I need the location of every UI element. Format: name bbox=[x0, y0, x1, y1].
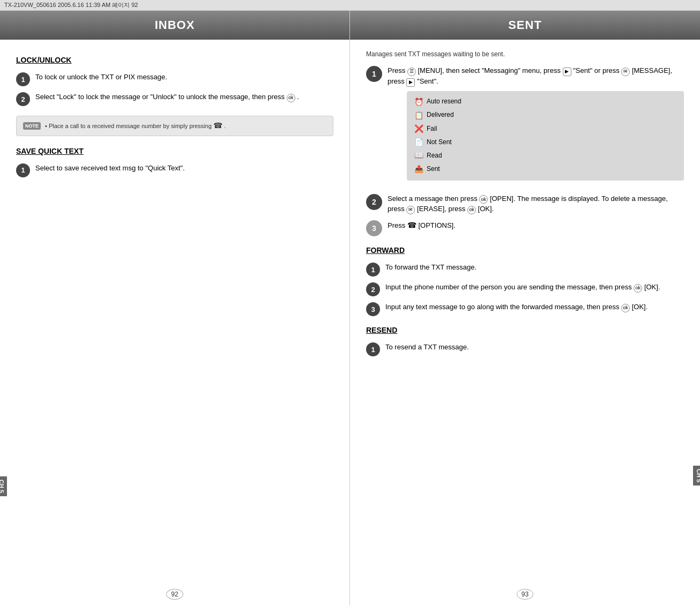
resend-steps: 1 To resend a TXT message. bbox=[366, 342, 684, 356]
step-item: 2 Select "Lock" to lock the message or "… bbox=[16, 92, 333, 106]
step-text-f1: To forward the TXT message. bbox=[385, 262, 476, 273]
note-label: NOTE bbox=[23, 122, 41, 130]
legend-label: Not Sent bbox=[427, 137, 452, 148]
top-bar-text: TX-210VW_050616 2005.6.16 11:39 AM 페이지 9… bbox=[4, 2, 138, 8]
step-item: 3 Press ☎ [OPTIONS]. bbox=[366, 220, 684, 236]
forward-title: FORWARD bbox=[366, 246, 684, 255]
ch-tab-left: CH 5 bbox=[0, 476, 7, 496]
right-page-num: 93 bbox=[350, 584, 700, 605]
page-circle-right: 93 bbox=[517, 589, 533, 600]
left-panel: INBOX LOCK/UNLOCK 1 To lock or unlock th… bbox=[0, 11, 350, 605]
step-num-r3: 3 bbox=[366, 220, 382, 236]
step-item: 1 To resend a TXT message. bbox=[366, 342, 684, 356]
note-box: NOTE • Place a call to a received messag… bbox=[16, 116, 333, 136]
top-bar: TX-210VW_050616 2005.6.16 11:39 AM 페이지 9… bbox=[0, 0, 700, 11]
resend-title: RESEND bbox=[366, 326, 684, 334]
left-page-num: 92 bbox=[0, 584, 349, 605]
legend-item-auto-resend: ⏰ Auto resend bbox=[414, 95, 676, 109]
step-item: 1 To forward the TXT message. bbox=[366, 262, 684, 277]
left-content: LOCK/UNLOCK 1 To lock or unlock the TXT … bbox=[0, 40, 349, 584]
save-quick-title: SAVE QUICK TEXT bbox=[16, 147, 333, 155]
legend-label: Sent bbox=[427, 163, 440, 175]
auto-resend-icon: ⏰ bbox=[414, 95, 423, 109]
page-circle-left: 92 bbox=[166, 589, 183, 600]
step-text-r3: Press ☎ [OPTIONS]. bbox=[388, 220, 456, 231]
save-quick-steps: 1 Select to save received text msg to "Q… bbox=[16, 163, 333, 177]
right-panel: SENT Manages sent TXT messages waiting t… bbox=[350, 11, 700, 605]
step-item: 2 Input the phone number of the person y… bbox=[366, 282, 684, 296]
note-text: • Place a call to a received message num… bbox=[45, 121, 226, 131]
legend-label: Auto resend bbox=[427, 96, 461, 108]
legend-item-fail: ❌ Fail bbox=[414, 122, 676, 136]
step-text-2: Select "Lock" to lock the message or "Un… bbox=[35, 92, 299, 102]
step-text-rs1: To resend a TXT message. bbox=[385, 342, 469, 353]
step-num-r2: 2 bbox=[366, 194, 382, 210]
step-num-rs1: 1 bbox=[366, 342, 380, 356]
legend-item-sent: 📤 Sent bbox=[414, 162, 676, 176]
legend-item-not-sent: 📄 Not Sent bbox=[414, 136, 676, 149]
forward-steps: 1 To forward the TXT message. 2 Input th… bbox=[366, 262, 684, 316]
lock-unlock-steps: 1 To lock or unlock the TXT or PIX messa… bbox=[16, 72, 333, 106]
step-num-1b: 1 bbox=[16, 163, 30, 177]
step-text-1b: Select to save received text msg to "Qui… bbox=[35, 163, 185, 174]
step-item: 3 Input any text message to go along wit… bbox=[366, 302, 684, 316]
sent-icon: 📤 bbox=[414, 162, 423, 176]
legend-box: ⏰ Auto resend 📋 Delivered ❌ Fail 📄 bbox=[407, 91, 684, 181]
read-icon: 📖 bbox=[414, 149, 423, 162]
step-num-f2: 2 bbox=[366, 282, 380, 296]
step-num-f1: 1 bbox=[366, 263, 380, 277]
right-content: Manages sent TXT messages waiting to be … bbox=[350, 40, 700, 584]
legend-item-delivered: 📋 Delivered bbox=[414, 109, 676, 122]
step-text-f2: Input the phone number of the person you… bbox=[385, 282, 660, 293]
step-text-r1: Press ☰ [MENU], then select "Messaging" … bbox=[388, 66, 672, 85]
step-item: 2 Select a message then press ok [OPEN].… bbox=[366, 193, 684, 215]
delivered-icon: 📋 bbox=[414, 109, 423, 122]
legend-label: Read bbox=[427, 150, 442, 162]
step-text-1: To lock or unlock the TXT or PIX message… bbox=[35, 72, 167, 83]
fail-icon: ❌ bbox=[414, 122, 423, 136]
step-num-2: 2 bbox=[16, 92, 30, 106]
step-text-r2: Select a message then press ok [OPEN]. T… bbox=[388, 193, 684, 215]
step-text-f3: Input any text message to go along with … bbox=[385, 302, 647, 312]
left-header: INBOX bbox=[0, 11, 349, 40]
step-item: 1 Select to save received text msg to "Q… bbox=[16, 163, 333, 177]
step-item: 1 Press ☰ [MENU], then select "Messaging… bbox=[366, 65, 684, 188]
step-num-r1: 1 bbox=[366, 66, 382, 82]
legend-label: Delivered bbox=[427, 109, 454, 121]
right-header: SENT bbox=[350, 11, 700, 40]
legend-item-read: 📖 Read bbox=[414, 149, 676, 162]
sent-intro: Manages sent TXT messages waiting to be … bbox=[366, 50, 684, 58]
legend-label: Fail bbox=[427, 123, 437, 135]
step-num-1: 1 bbox=[16, 72, 30, 86]
not-sent-icon: 📄 bbox=[414, 136, 423, 149]
step-num-f3: 3 bbox=[366, 302, 380, 316]
ch-tab-right: CH 5 bbox=[693, 466, 700, 486]
step-item: 1 To lock or unlock the TXT or PIX messa… bbox=[16, 72, 333, 86]
lock-unlock-title: LOCK/UNLOCK bbox=[16, 56, 333, 64]
